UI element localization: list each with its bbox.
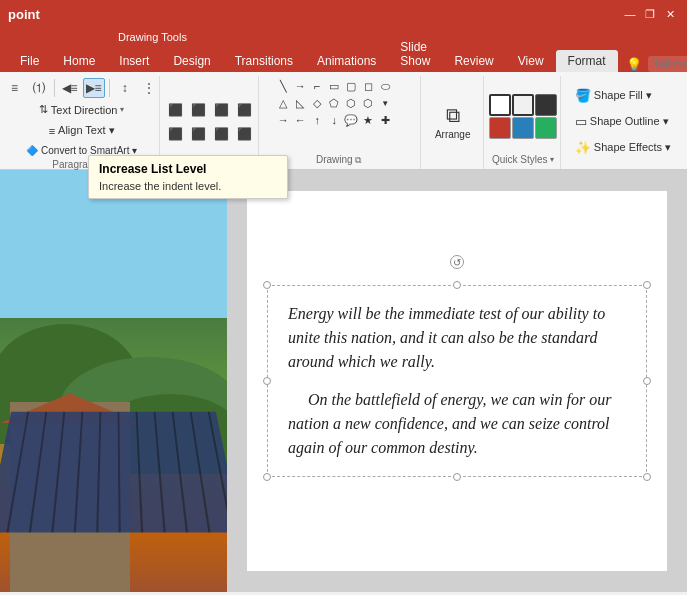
numbering-button[interactable]: ⑴ — [28, 78, 50, 98]
tab-insert[interactable]: Insert — [107, 50, 161, 72]
tab-home[interactable]: Home — [51, 50, 107, 72]
tab-animations[interactable]: Animations — [305, 50, 388, 72]
tab-file[interactable]: File — [8, 50, 51, 72]
handle-mid-right[interactable] — [643, 377, 651, 385]
smartart-icon: 🔷 — [26, 145, 38, 156]
style-3[interactable] — [535, 94, 557, 116]
shape-heptagon[interactable]: ⬡ — [360, 95, 376, 111]
line-spacing-button[interactable]: ↕ — [114, 78, 136, 98]
minimize-button[interactable]: — — [621, 5, 639, 23]
handle-mid-bottom[interactable] — [453, 473, 461, 481]
tooltip: Increase List Level Increase the indent … — [88, 155, 288, 199]
justify-button[interactable]: ⬛ — [234, 100, 256, 120]
handle-mid-top[interactable] — [453, 281, 461, 289]
shape-star[interactable]: ★ — [360, 112, 376, 128]
tab-design[interactable]: Design — [161, 50, 222, 72]
align-center-button[interactable]: ⬛ — [188, 100, 210, 120]
lightbulb-icon: 💡 — [626, 57, 642, 72]
arrange-icon: ⧉ — [446, 104, 460, 127]
shape-diamond[interactable]: ◇ — [309, 95, 325, 111]
shape-fill-button[interactable]: 🪣 Shape Fill ▾ — [570, 85, 676, 106]
tell-me-bar: 💡 — [618, 56, 687, 72]
group-arrange: ⧉ Arrange — [423, 76, 484, 169]
bullets-button[interactable]: ≡ — [4, 78, 26, 98]
paint-bucket-icon: 🪣 — [575, 88, 591, 103]
style-6[interactable] — [535, 117, 557, 139]
outline-icon: ▭ — [575, 114, 587, 129]
style-2[interactable] — [512, 94, 534, 116]
shape-right-angle[interactable]: ⌐ — [309, 78, 325, 94]
text-box[interactable]: Energy will be the immediate test of our… — [267, 285, 647, 477]
shape-rect[interactable]: ▭ — [326, 78, 342, 94]
app-name: point — [8, 7, 40, 22]
shape-fill-label: Shape Fill ▾ — [594, 89, 652, 102]
increase-indent-button[interactable]: ▶≡ — [83, 78, 105, 98]
close-button[interactable]: ✕ — [661, 5, 679, 23]
align-bottom-button[interactable]: ⬛ — [211, 124, 233, 144]
align-right-button[interactable]: ⬛ — [211, 100, 233, 120]
slide-area: ↺ Energy will be the immediate test of o… — [227, 170, 687, 592]
handle-bottom-left[interactable] — [263, 473, 271, 481]
shape-arrow-right[interactable]: → — [275, 112, 291, 128]
shape-arrow-up[interactable]: ↑ — [309, 112, 325, 128]
shape-pentagon[interactable]: ⬠ — [326, 95, 342, 111]
group-shape-props: 🪣 Shape Fill ▾ ▭ Shape Outline ▾ ✨ Shape… — [563, 76, 683, 169]
shape-right-triangle[interactable]: ◺ — [292, 95, 308, 111]
tab-slide show[interactable]: Slide Show — [388, 36, 442, 72]
list-row-1: ≡ ⑴ ◀≡ ▶≡ ↕ ⋮ — [4, 78, 160, 98]
main-content: ↺ Energy will be the immediate test of o… — [0, 170, 687, 592]
slide-canvas: ↺ Energy will be the immediate test of o… — [247, 191, 667, 571]
style-5[interactable] — [512, 117, 534, 139]
tab-format[interactable]: Format — [556, 50, 618, 72]
align-text-button[interactable]: ≡ Align Text ▾ — [43, 121, 121, 140]
align-middle-button[interactable]: ⬛ — [188, 124, 210, 144]
tab-review[interactable]: Review — [442, 50, 505, 72]
shape-more[interactable]: ▼ — [377, 95, 393, 111]
photo-area — [0, 170, 227, 592]
shape-arrow-left[interactable]: ← — [292, 112, 308, 128]
shape-snip-rect[interactable]: ◻ — [360, 78, 376, 94]
rotate-handle[interactable]: ↺ — [450, 255, 464, 269]
text-box-container: ↺ Energy will be the immediate test of o… — [267, 285, 647, 477]
style-1[interactable] — [489, 94, 511, 116]
nature-background — [0, 170, 227, 592]
shape-arrow-down[interactable]: ↓ — [326, 112, 342, 128]
align-text-label: Align Text ▾ — [58, 124, 115, 137]
shape-outline-label: Shape Outline ▾ — [590, 115, 669, 128]
shape-outline-button[interactable]: ▭ Shape Outline ▾ — [570, 111, 676, 132]
arrange-button[interactable]: ⧉ Arrange — [427, 99, 479, 145]
slide-text-2: On the battlefield of energy, we can win… — [288, 388, 626, 460]
shape-rounded-rect[interactable]: ▢ — [343, 78, 359, 94]
shape-line[interactable]: ╲ — [275, 78, 291, 94]
shape-oval[interactable]: ⬭ — [377, 78, 393, 94]
align-text-icon: ≡ — [49, 125, 55, 137]
align-left-button[interactable]: ⬛ — [165, 100, 187, 120]
slide-text-1: Energy will be the immediate test of our… — [288, 302, 626, 374]
handle-top-right[interactable] — [643, 281, 651, 289]
shape-callout[interactable]: 💬 — [343, 112, 359, 128]
handle-bottom-right[interactable] — [643, 473, 651, 481]
drawing-expand-icon[interactable]: ⧉ — [355, 155, 365, 165]
shape-effects-button[interactable]: ✨ Shape Effects ▾ — [570, 137, 676, 158]
restore-button[interactable]: ❐ — [641, 5, 659, 23]
tell-me-input[interactable] — [648, 56, 687, 72]
indent-more-button[interactable]: ⬛ — [234, 124, 256, 144]
quick-styles-text: Quick Styles — [492, 154, 548, 165]
handle-mid-left[interactable] — [263, 377, 271, 385]
tab-view[interactable]: View — [506, 50, 556, 72]
text-direction-button[interactable]: ⇅ Text Direction ▾ — [33, 100, 131, 119]
shape-cross[interactable]: ✚ — [377, 112, 393, 128]
title-bar: point — ❐ ✕ — [0, 0, 687, 28]
decrease-indent-button[interactable]: ◀≡ — [59, 78, 81, 98]
shape-arrow-line[interactable]: → — [292, 78, 308, 94]
tab-transitions[interactable]: Transitions — [223, 50, 305, 72]
style-4[interactable] — [489, 117, 511, 139]
group-quick-styles: Quick Styles ▾ — [486, 76, 561, 169]
align-top-button[interactable]: ⬛ — [165, 124, 187, 144]
solar-panels — [0, 412, 227, 532]
text-dir-row: ⇅ Text Direction ▾ — [33, 100, 131, 119]
handle-top-left[interactable] — [263, 281, 271, 289]
shape-triangle[interactable]: △ — [275, 95, 291, 111]
shape-hexagon[interactable]: ⬡ — [343, 95, 359, 111]
columns-button[interactable]: ⋮ — [138, 78, 160, 98]
